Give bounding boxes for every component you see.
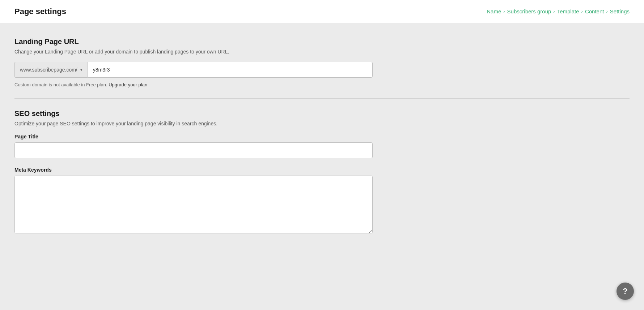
meta-keywords-field-group: Meta Keywords (14, 167, 630, 235)
breadcrumb-item-settings[interactable]: Settings (610, 8, 630, 14)
breadcrumb-item-subscribers-group[interactable]: Subscribers group (507, 8, 551, 14)
meta-keywords-label: Meta Keywords (14, 167, 630, 173)
breadcrumb: Name › Subscribers group › Template › Co… (487, 8, 630, 14)
landing-page-url-title: Landing Page URL (14, 38, 630, 46)
url-input[interactable] (88, 62, 373, 78)
domain-label: www.subscribepage.com/ (20, 67, 77, 73)
breadcrumb-item-content[interactable]: Content (585, 8, 604, 14)
breadcrumb-separator-3: › (581, 9, 583, 14)
page-title-label: Page Title (14, 134, 630, 139)
meta-keywords-textarea[interactable] (14, 176, 373, 233)
main-content: Landing Page URL Change your Landing Pag… (0, 23, 644, 310)
breadcrumb-separator-2: › (553, 9, 555, 14)
breadcrumb-separator-1: › (503, 9, 505, 14)
seo-settings-title: SEO settings (14, 109, 630, 118)
page-title-input[interactable] (14, 142, 373, 158)
chevron-down-icon: ▾ (80, 68, 82, 72)
domain-select[interactable]: www.subscribepage.com/ ▾ (14, 62, 88, 78)
domain-notice: Custom domain is not available in Free p… (14, 82, 630, 87)
breadcrumb-item-template[interactable]: Template (557, 8, 579, 14)
header: Page settings Name › Subscribers group ›… (0, 0, 644, 23)
landing-page-url-description: Change your Landing Page URL or add your… (14, 49, 630, 55)
breadcrumb-separator-4: › (606, 9, 607, 14)
seo-settings-section: SEO settings Optimize your page SEO sett… (14, 109, 630, 235)
seo-settings-description: Optimize your page SEO settings to impro… (14, 121, 630, 126)
page-title-field-group: Page Title (14, 134, 630, 158)
landing-page-url-section: Landing Page URL Change your Landing Pag… (14, 38, 630, 87)
breadcrumb-item-name[interactable]: Name (487, 8, 501, 14)
section-divider (14, 98, 630, 99)
upgrade-plan-link[interactable]: Upgrade your plan (109, 82, 147, 87)
help-button[interactable]: ? (617, 283, 634, 300)
url-row: www.subscribepage.com/ ▾ (14, 62, 373, 78)
page-title: Page settings (14, 7, 66, 16)
